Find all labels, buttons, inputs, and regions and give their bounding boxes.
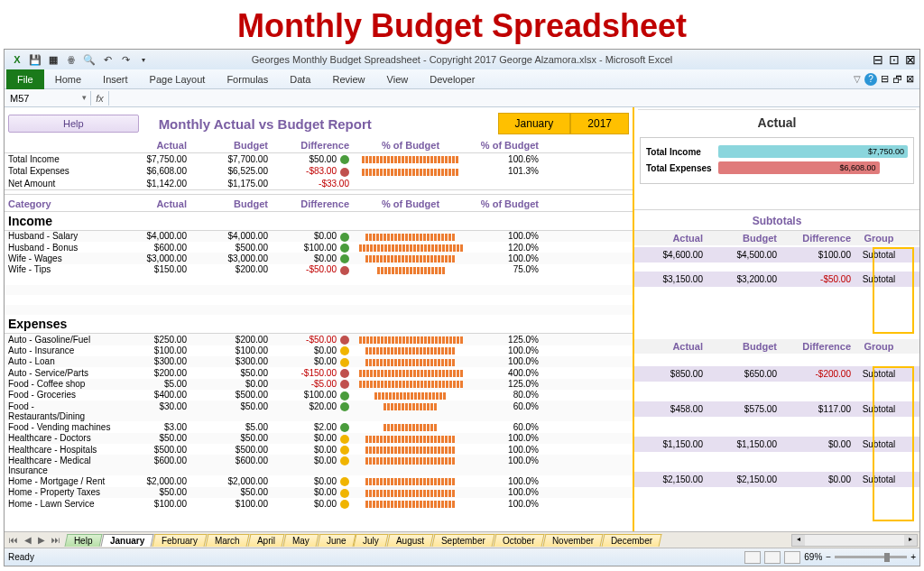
ribbon-tab-home[interactable]: Home	[44, 71, 92, 87]
sheet-tab-help[interactable]: Help	[65, 534, 103, 547]
sheet-tab-july[interactable]: July	[354, 534, 389, 547]
sheet-tab-february[interactable]: February	[152, 534, 207, 547]
income-rows: Husband - Salary$4,000.00$4,000.00$0.001…	[5, 231, 633, 275]
data-row[interactable]: Husband - Bonus$600.00$500.00$100.00120.…	[5, 242, 633, 253]
subtotal-row[interactable]: $1,150.00$1,150.00$0.00Subtotal	[634, 437, 919, 452]
tab-next-icon[interactable]: ▶	[35, 535, 48, 545]
sheet-tab-november[interactable]: November	[542, 534, 603, 547]
tab-first-icon[interactable]: ⏮	[6, 535, 21, 545]
print-icon[interactable]: ▦	[46, 52, 60, 67]
help-button[interactable]: Help	[8, 115, 139, 133]
subtotal-row[interactable]: $4,600.00$4,500.00$100.00Subtotal	[634, 247, 919, 262]
zoom-percent[interactable]: 69%	[804, 552, 822, 562]
data-row[interactable]: Total Income$7,750.00$7,700.00$50.00100.…	[5, 153, 633, 165]
income-section-title: Income	[5, 212, 633, 231]
sheet-tab-january[interactable]: January	[100, 534, 153, 547]
binoculars-icon[interactable]: ꙮ	[64, 52, 79, 67]
pct-bar	[365, 234, 456, 241]
formula-input[interactable]	[109, 97, 919, 100]
save-icon[interactable]: 💾	[28, 52, 42, 67]
data-row[interactable]: Total Expenses$6,608.00$6,525.00-$83.001…	[5, 165, 633, 177]
data-row[interactable]: Husband - Salary$4,000.00$4,000.00$0.001…	[5, 231, 633, 242]
data-row[interactable]: Auto - Service/Parts$200.00$50.00-$150.0…	[5, 367, 633, 378]
page-layout-view-button[interactable]	[764, 551, 781, 564]
qat-dropdown-icon[interactable]: ▾	[136, 52, 151, 67]
tab-last-icon[interactable]: ⏭	[49, 535, 63, 545]
workbook-close-icon[interactable]: ⊠	[906, 73, 914, 85]
data-row[interactable]: Home - Mortgage / Rent$2,000.00$2,000.00…	[5, 475, 633, 486]
file-tab[interactable]: File	[6, 69, 44, 89]
maximize-icon[interactable]: ⊡	[889, 52, 900, 67]
help-icon[interactable]: ?	[864, 73, 877, 86]
subtotal-row[interactable]: $850.00$650.00-$200.00Subtotal	[634, 366, 919, 382]
sheet-tab-august[interactable]: August	[387, 534, 434, 547]
ribbon-tab-view[interactable]: View	[376, 71, 420, 87]
status-dot-icon	[340, 446, 349, 455]
tab-prev-icon[interactable]: ◀	[22, 535, 34, 545]
pct-bar	[359, 244, 463, 252]
ribbon-tab-page-layout[interactable]: Page Layout	[139, 71, 217, 87]
ribbon-tab-data[interactable]: Data	[279, 71, 321, 87]
ribbon-tab-developer[interactable]: Developer	[419, 71, 485, 87]
ribbon-tab-formulas[interactable]: Formulas	[216, 71, 279, 87]
sheet-tab-june[interactable]: June	[317, 534, 356, 547]
data-row[interactable]: Auto - Gasoline/Fuel$250.00$200.00-$50.0…	[5, 334, 633, 345]
data-row[interactable]: Healthcare - Medical Insurance$600.00$60…	[5, 455, 633, 475]
status-dot-icon	[340, 358, 349, 367]
zoom-in-icon[interactable]: +	[910, 552, 916, 562]
minimize-icon[interactable]: ⊟	[873, 52, 883, 67]
sheet-tab-may[interactable]: May	[282, 534, 319, 547]
redo-icon[interactable]: ↷	[118, 52, 133, 67]
sheet-tab-september[interactable]: September	[432, 534, 495, 547]
status-dot-icon	[340, 500, 349, 509]
month-selector[interactable]: January	[498, 113, 571, 134]
scroll-right-icon[interactable]: ▸	[904, 535, 917, 546]
data-row[interactable]: Home - Property Taxes$50.00$50.00$0.0010…	[5, 487, 633, 498]
find-icon[interactable]: 🔍	[82, 52, 97, 67]
col-pct: % of Budget	[465, 140, 546, 151]
excel-window: X 💾 ▦ ꙮ 🔍 ↶ ↷ ▾ Georges Monthly Budget S…	[4, 49, 920, 566]
scroll-left-icon[interactable]: ◂	[792, 535, 805, 546]
subtotal-row[interactable]: $458.00$575.00$117.00Subtotal	[634, 401, 919, 417]
data-row[interactable]: Food - Vending machines$3.00$5.00$2.0060…	[5, 421, 633, 432]
data-row[interactable]: Food - Groceries$400.00$500.00$100.0080.…	[5, 390, 633, 401]
ribbon-tab-insert[interactable]: Insert	[92, 71, 139, 87]
year-selector[interactable]: 2017	[570, 113, 629, 134]
data-row[interactable]: Auto - Insurance$100.00$100.00$0.00100.0…	[5, 345, 633, 356]
ribbon-tab-review[interactable]: Review	[321, 71, 375, 87]
name-box[interactable]: M57	[5, 91, 91, 106]
data-row[interactable]: Food - Restaurants/Dining$30.00$50.00$20…	[5, 401, 633, 421]
status-dot-icon	[340, 233, 349, 242]
subtotal-row[interactable]: $3,150.00$3,200.00-$50.00Subtotal	[634, 272, 919, 287]
income-subtotal-header: Actual Budget Difference Group	[634, 231, 919, 245]
data-row[interactable]: Auto - Loan$300.00$300.00$0.00100.0%	[5, 356, 633, 367]
data-row[interactable]: Home - Lawn Service$100.00$100.00$0.0010…	[5, 498, 633, 509]
data-row[interactable]: Wife - Tips$150.00$200.00-$50.0075.0%	[5, 264, 633, 275]
workbook-restore-icon[interactable]: 🗗	[892, 74, 902, 85]
workbook-minimize-icon[interactable]: ⊟	[881, 73, 889, 85]
sheet-tab-october[interactable]: October	[494, 534, 545, 547]
sheet-tab-december[interactable]: December	[601, 534, 661, 547]
status-dot-icon	[340, 168, 349, 177]
data-row[interactable]: Food - Coffee shop$5.00$0.00-$5.00125.0%	[5, 379, 633, 390]
page-break-view-button[interactable]	[784, 551, 800, 564]
normal-view-button[interactable]	[744, 551, 761, 564]
status-ready: Ready	[8, 552, 34, 562]
undo-icon[interactable]: ↶	[100, 52, 115, 67]
data-row[interactable]: Healthcare - Doctors$50.00$50.00$0.00100…	[5, 433, 633, 444]
data-row[interactable]: Net Amount$1,142.00$1,175.00-$33.00	[5, 178, 633, 189]
zoom-slider[interactable]	[835, 556, 907, 558]
tab-nav[interactable]: ⏮ ◀ ▶ ⏭	[5, 535, 65, 545]
sheet-tab-april[interactable]: April	[247, 534, 284, 547]
pct-bar	[362, 169, 459, 176]
zoom-out-icon[interactable]: −	[826, 552, 831, 562]
data-row[interactable]: Wife - Wages$3,000.00$3,000.00$0.00100.0…	[5, 253, 633, 263]
pct-bar	[365, 478, 456, 485]
ribbon-minimize-icon[interactable]: ▽	[854, 74, 861, 84]
sheet-tab-march[interactable]: March	[205, 534, 249, 547]
fx-icon[interactable]: fx	[91, 91, 109, 106]
horizontal-scrollbar[interactable]: ◂ ▸	[791, 534, 918, 547]
close-icon[interactable]: ⊠	[905, 52, 916, 67]
subtotal-row[interactable]: $2,150.00$2,150.00$0.00Subtotal	[634, 472, 919, 487]
data-row[interactable]: Healthcare - Hospitals$500.00$500.00$0.0…	[5, 444, 633, 455]
